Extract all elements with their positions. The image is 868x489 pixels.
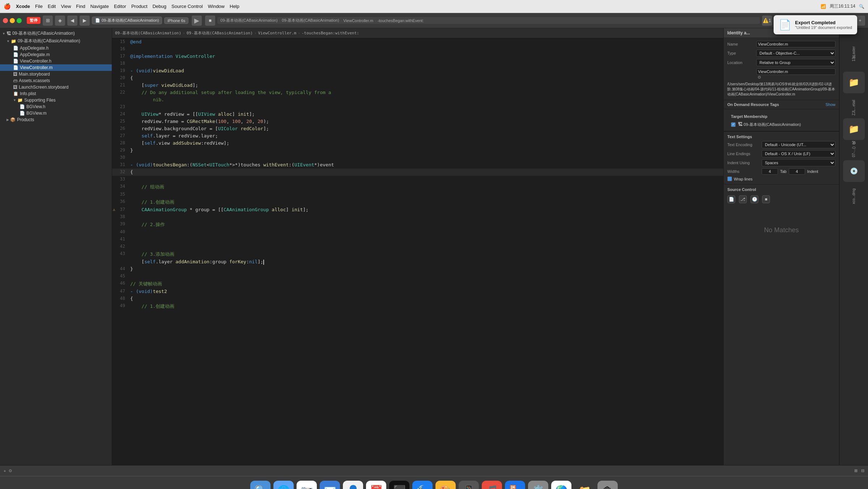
- line-content[interactable]: [self.view addSubview:redView];: [129, 140, 723, 146]
- line-content[interactable]: @implementation ViewController: [129, 53, 723, 60]
- dock-trash[interactable]: 🗑: [597, 481, 618, 489]
- crumb-method[interactable]: -touchesBegan:withEvent:: [378, 18, 424, 23]
- line-content[interactable]: // Do any additional setup after loading…: [129, 89, 723, 96]
- crumb-1[interactable]: 09-基本动画(CABasicAnimation): [115, 30, 181, 36]
- menu-help[interactable]: Help: [230, 4, 239, 9]
- crumb-project[interactable]: 09-基本动画(CABasicAnimation): [220, 18, 277, 23]
- line-content[interactable]: [129, 243, 723, 250]
- menu-xcode[interactable]: Xcode: [16, 4, 30, 9]
- sidebar-item-bgview-m[interactable]: 📄 BGView.m: [0, 110, 112, 116]
- next-button[interactable]: ▶: [80, 16, 90, 26]
- sidebar-item-supporting[interactable]: ▼ 📁 Supporting Files: [0, 97, 112, 103]
- dock-safari[interactable]: 🌐: [273, 481, 294, 489]
- search-icon[interactable]: 🔍: [859, 4, 864, 9]
- line-content[interactable]: [129, 273, 723, 280]
- line-content[interactable]: [self.layer addAnimation:group forKey:ni…: [129, 258, 723, 265]
- sidebar-item-project[interactable]: ▼ 🏗 09-基本动画(CABasicAnimation): [0, 30, 112, 37]
- add-file-button[interactable]: +: [4, 469, 6, 473]
- line-content[interactable]: [129, 154, 723, 161]
- menu-debug[interactable]: Debug: [153, 4, 166, 9]
- menu-file[interactable]: File: [35, 4, 43, 9]
- line-content[interactable]: nib.: [129, 96, 723, 103]
- menu-view[interactable]: View: [61, 4, 71, 9]
- sidebar-item-info-plist[interactable]: 📋 Info.plist: [0, 90, 112, 97]
- run-button[interactable]: ▶: [192, 16, 202, 26]
- dock-photos[interactable]: 📷: [297, 481, 317, 489]
- reveal-icon[interactable]: ⊙: [758, 75, 761, 79]
- line-content[interactable]: - (void)test2: [129, 288, 723, 295]
- filter-button[interactable]: ⊙: [9, 468, 12, 473]
- sc-stop-icon[interactable]: ■: [762, 195, 770, 203]
- editor-layout-button[interactable]: ⊞: [854, 468, 858, 473]
- panel-toggle-button[interactable]: ⊟: [861, 468, 864, 473]
- tab-width-input[interactable]: [762, 168, 778, 175]
- line-content[interactable]: [129, 60, 723, 67]
- dock-calendar[interactable]: 📅: [366, 481, 386, 489]
- line-content[interactable]: // 组动画: [129, 183, 723, 191]
- breakpoint-button[interactable]: ◈: [55, 16, 65, 26]
- sidebar-item-products[interactable]: ▶ 📦 Products: [0, 116, 112, 123]
- navigator-toggle-button[interactable]: ⊞: [43, 16, 53, 26]
- dock-appstore[interactable]: 🏪: [505, 481, 525, 489]
- indent-width-input[interactable]: [789, 168, 805, 175]
- line-content[interactable]: - (void)touchesBegan:(NSSet<UITouch*>*)t…: [129, 161, 723, 168]
- dock-mail[interactable]: ✉️: [320, 481, 340, 489]
- line-content[interactable]: }: [129, 147, 723, 154]
- location-select[interactable]: Relative to Group: [756, 59, 835, 66]
- type-select[interactable]: Default - Objective-C...: [756, 50, 835, 57]
- line-content[interactable]: [129, 236, 723, 243]
- target-checkbox[interactable]: ✓: [731, 122, 736, 127]
- menu-editor[interactable]: Editor: [114, 4, 126, 9]
- scheme-selector[interactable]: 📄 09-基本动画(CABasicAnimation): [92, 17, 162, 24]
- line-content[interactable]: [129, 191, 723, 198]
- line-endings-select[interactable]: Default - OS X / Unix (LF): [762, 150, 835, 157]
- line-content[interactable]: [129, 103, 723, 110]
- crumb-file[interactable]: ViewController.m: [343, 18, 373, 23]
- indent-select[interactable]: Spaces: [762, 159, 835, 166]
- line-content[interactable]: {: [129, 169, 723, 175]
- close-button[interactable]: [3, 18, 8, 23]
- sidebar-item-assets[interactable]: 🗃 Assets.xcassets: [0, 77, 112, 84]
- device-selector[interactable]: iPhone 6s: [164, 17, 188, 24]
- apple-logo-icon[interactable]: 🍎: [4, 3, 11, 10]
- line-content[interactable]: [129, 176, 723, 183]
- line-content[interactable]: @end: [129, 38, 723, 45]
- sidebar-item-main-storyboard[interactable]: 🖼 Main.storyboard: [0, 71, 112, 77]
- dock-finder[interactable]: 🔍: [250, 481, 271, 489]
- sidebar-item-viewcontroller-h[interactable]: 📄 ViewController.h: [0, 58, 112, 64]
- dock-system-prefs[interactable]: ⚙️: [528, 481, 548, 489]
- line-content[interactable]: [129, 46, 723, 52]
- sidebar-item-viewcontroller-m[interactable]: 📄 ViewController.m: [0, 64, 112, 71]
- prev-button[interactable]: ◀: [67, 16, 77, 26]
- line-content[interactable]: // 1.创建动画: [129, 302, 723, 310]
- sc-clock-icon[interactable]: 🕐: [750, 195, 758, 203]
- line-content[interactable]: redView.frame = CGRectMake(100, 100, 20,…: [129, 118, 723, 125]
- sidebar-item-appdelegate-h[interactable]: 📄 AppDelegate.h: [0, 45, 112, 51]
- line-content[interactable]: {: [129, 75, 723, 81]
- minimize-button[interactable]: [10, 18, 15, 23]
- dock-xcode[interactable]: 🔨: [412, 481, 433, 489]
- sc-branch-icon[interactable]: ⎇: [739, 195, 747, 203]
- line-content[interactable]: UIView* redView = [[UIView alloc] init];: [129, 111, 723, 118]
- wrap-lines-checkbox[interactable]: [727, 177, 732, 181]
- name-input[interactable]: [756, 41, 835, 47]
- dock-terminal[interactable]: ⬛: [389, 481, 409, 489]
- filename-input[interactable]: [756, 68, 835, 75]
- line-content[interactable]: - (void)viewDidLoad: [129, 67, 723, 74]
- dock-music[interactable]: 🎵: [482, 481, 502, 489]
- menu-edit[interactable]: Edit: [48, 4, 56, 9]
- encoding-select[interactable]: Default - Unicode (UT...: [762, 141, 835, 148]
- code-editor[interactable]: 09-基本动画(CABasicAnimation) › 09-基本动画(CABa…: [112, 28, 723, 465]
- line-content[interactable]: self.layer = redView.layer;: [129, 132, 723, 139]
- line-content[interactable]: {: [129, 295, 723, 302]
- menu-source-control[interactable]: Source Control: [171, 4, 203, 9]
- far-right-disk-icon[interactable]: 💿: [843, 160, 865, 182]
- line-content[interactable]: redView.backgroundColor = [UIColor redCo…: [129, 125, 723, 132]
- line-content[interactable]: }: [129, 265, 723, 272]
- crumb-folder[interactable]: 09-基本动画(CABasicAnimation): [282, 18, 339, 23]
- dock-simulator[interactable]: 📱: [459, 481, 479, 489]
- line-content[interactable]: [super viewDidLoad];: [129, 82, 723, 89]
- menu-navigate[interactable]: Navigate: [90, 4, 109, 9]
- dock-contacts[interactable]: 👤: [343, 481, 363, 489]
- menu-window[interactable]: Window: [208, 4, 225, 9]
